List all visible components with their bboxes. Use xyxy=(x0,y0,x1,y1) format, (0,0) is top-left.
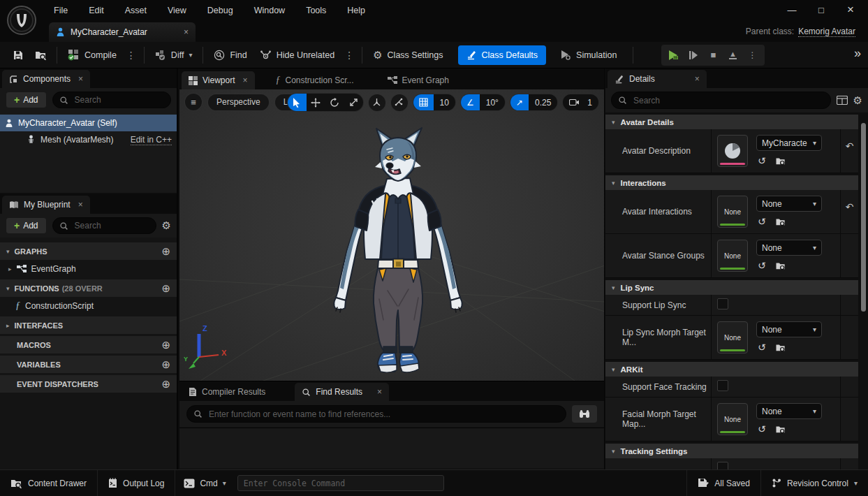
add-macro-button[interactable]: ⊕ xyxy=(161,339,170,351)
compile-options-kebab[interactable]: ⋮ xyxy=(123,50,140,61)
save-button[interactable] xyxy=(7,45,29,66)
browse-to-asset-icon[interactable] xyxy=(775,261,786,270)
tab-find-results[interactable]: Find Results × xyxy=(295,383,389,401)
find-references-input[interactable] xyxy=(207,409,559,420)
menu-debug[interactable]: Debug xyxy=(197,0,244,21)
use-selected-asset-icon[interactable]: ↺ xyxy=(758,423,766,435)
play-options-kebab[interactable]: ⋮ xyxy=(743,46,761,64)
section-event-dispatchers[interactable]: EVENT DISPATCHERS ⊕ xyxy=(0,375,177,393)
add-event-dispatcher-button[interactable]: ⊕ xyxy=(161,378,170,391)
avatar-interactions-thumbnail[interactable]: None xyxy=(717,196,748,228)
section-arkit[interactable]: ▾ ARKit xyxy=(605,362,858,377)
revert-button[interactable]: ↶ xyxy=(846,140,854,173)
use-selected-asset-icon[interactable]: ↺ xyxy=(758,216,766,227)
scale-tool-button[interactable] xyxy=(344,94,363,111)
rotation-snap-control[interactable]: ∠ 10° xyxy=(460,94,506,111)
section-macros[interactable]: MACROS ⊕ xyxy=(0,336,177,353)
menu-window[interactable]: Window xyxy=(244,0,295,21)
component-row-self[interactable]: MyCharacter_Avatar (Self) xyxy=(0,115,177,131)
camera-speed-control[interactable]: 1 xyxy=(562,94,599,111)
avatar-interactions-dropdown[interactable]: None ▾ xyxy=(756,196,822,212)
eject-button[interactable]: ▲ xyxy=(723,46,742,64)
section-lip-sync[interactable]: ▾ Lip Sync xyxy=(605,280,858,295)
details-settings-gear-icon[interactable]: ⚙ xyxy=(853,94,862,107)
tab-compiler-results[interactable]: Compiler Results xyxy=(182,383,272,401)
all-saved-button[interactable]: All Saved xyxy=(686,470,760,496)
avatar-stance-groups-thumbnail[interactable]: None xyxy=(717,240,748,272)
class-settings-button[interactable]: ⚙ Class Settings xyxy=(367,45,449,66)
add-component-button[interactable]: + Add xyxy=(6,92,47,108)
close-button[interactable]: × xyxy=(836,0,865,20)
toolbar-overflow-button[interactable]: » xyxy=(854,46,861,61)
menu-asset[interactable]: Asset xyxy=(115,0,157,21)
add-function-button[interactable]: ⊕ xyxy=(161,282,170,295)
viewport-3d[interactable]: Z X Y ≡ Perspective Lit xyxy=(179,89,604,381)
row-event-graph[interactable]: ▸ EventGraph xyxy=(0,260,177,277)
compile-button[interactable]: Compile xyxy=(61,45,123,66)
support-face-tracking-checkbox[interactable] xyxy=(717,380,728,391)
add-graph-button[interactable]: ⊕ xyxy=(161,245,170,258)
play-button[interactable] xyxy=(665,46,683,64)
tab-components[interactable]: Components × xyxy=(2,70,90,88)
class-defaults-button[interactable]: Class Defaults xyxy=(458,45,547,65)
component-row-mesh[interactable]: Mesh (AvatarMesh) Edit in C++ xyxy=(0,131,177,148)
components-search-input[interactable] xyxy=(73,94,164,105)
select-tool-button[interactable] xyxy=(288,94,307,111)
blueprint-add-button[interactable]: + Add xyxy=(6,217,47,234)
scale-snap-control[interactable]: ↗ 0.25 xyxy=(510,94,558,111)
details-tab-close-icon[interactable]: × xyxy=(695,74,700,84)
browse-asset-button[interactable] xyxy=(29,45,52,66)
use-selected-asset-icon[interactable]: ↺ xyxy=(758,342,766,353)
hide-unrelated-kebab[interactable]: ⋮ xyxy=(341,50,358,61)
blueprint-settings-gear-icon[interactable]: ⚙ xyxy=(162,219,171,232)
parent-class-link[interactable]: Kemorig Avatar xyxy=(798,27,855,37)
display-filter-icon[interactable] xyxy=(837,96,848,105)
tab-details[interactable]: Details × xyxy=(608,70,707,88)
console-command-button[interactable]: Cmd ▾ xyxy=(175,470,230,496)
section-interfaces[interactable]: ▸ INTERFACES xyxy=(0,316,177,334)
components-tab-close-icon[interactable]: × xyxy=(78,74,83,84)
facial-morph-dropdown[interactable]: None ▾ xyxy=(756,403,822,419)
expand-arrow-icon[interactable]: ▸ xyxy=(8,265,12,272)
viewport-menu-button[interactable]: ≡ xyxy=(184,93,203,111)
find-results-close-icon[interactable]: × xyxy=(377,387,382,397)
asset-tab-close-icon[interactable]: × xyxy=(184,27,189,37)
use-selected-asset-icon[interactable]: ↺ xyxy=(758,155,766,166)
perspective-button[interactable]: Perspective xyxy=(207,94,270,111)
menu-edit[interactable]: Edit xyxy=(78,0,115,21)
details-search[interactable] xyxy=(611,92,831,109)
details-scrollbar[interactable] xyxy=(861,123,866,312)
section-interactions[interactable]: ▾ Interactions xyxy=(605,175,858,190)
diff-button[interactable]: Diff ▾ xyxy=(149,45,199,66)
row-construction-script[interactable]: ƒ ConstructionScript xyxy=(0,297,177,314)
viewport-tab-close-icon[interactable]: × xyxy=(242,75,247,85)
browse-to-asset-icon[interactable] xyxy=(775,217,786,226)
lip-sync-morph-thumbnail[interactable]: None xyxy=(717,321,748,353)
find-references-search[interactable] xyxy=(186,405,566,423)
move-tool-button[interactable] xyxy=(307,94,325,111)
browse-to-asset-icon[interactable] xyxy=(775,343,786,352)
maximize-button[interactable]: □ xyxy=(807,0,836,20)
tab-event-graph[interactable]: Event Graph xyxy=(381,71,456,89)
support-lip-sync-checkbox[interactable] xyxy=(717,298,728,309)
stop-button[interactable]: ■ xyxy=(704,46,722,64)
add-variable-button[interactable]: ⊕ xyxy=(161,358,170,371)
menu-tools[interactable]: Tools xyxy=(295,0,337,21)
revert-button[interactable]: ↶ xyxy=(846,201,854,233)
tab-construction-script[interactable]: ƒ Construction Scr... xyxy=(269,71,361,89)
content-drawer-button[interactable]: Content Drawer xyxy=(0,470,98,496)
find-in-blueprints-button[interactable] xyxy=(572,405,597,423)
my-blueprint-search-input[interactable] xyxy=(73,220,149,231)
find-button[interactable]: Find xyxy=(207,45,253,66)
tab-viewport[interactable]: Viewport × xyxy=(182,71,255,89)
minimize-button[interactable]: — xyxy=(777,0,807,20)
simulation-button[interactable]: Simulation xyxy=(553,45,623,66)
edit-in-cpp-link[interactable]: Edit in C++ xyxy=(131,135,172,145)
menu-help[interactable]: Help xyxy=(337,0,376,21)
browse-to-asset-icon[interactable] xyxy=(775,425,786,434)
revision-control-button[interactable]: Revision Control ▾ xyxy=(760,470,868,496)
section-graphs[interactable]: ▾ GRAPHS ⊕ xyxy=(0,242,177,260)
section-tracking-settings[interactable]: ▾ Tracking Settings xyxy=(605,444,858,458)
avatar-description-thumbnail[interactable] xyxy=(717,135,748,167)
details-search-input[interactable] xyxy=(632,95,824,106)
